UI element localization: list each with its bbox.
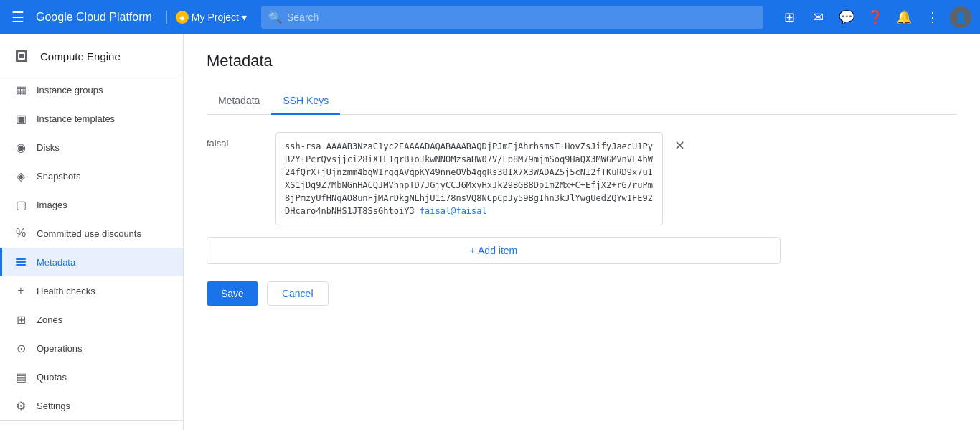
sidebar-collapse-button[interactable]: ‹ [0, 426, 183, 430]
disks-icon: ◉ [14, 140, 28, 154]
sidebar-item-snapshots[interactable]: ◈ Snapshots [0, 162, 183, 190]
sidebar-item-label: Committed use discounts [37, 228, 141, 239]
sidebar: Compute Engine ▦ Instance groups ▣ Insta… [0, 34, 184, 430]
main-layout: Compute Engine ▦ Instance groups ▣ Insta… [0, 34, 980, 430]
email-icon[interactable]: ✉ [806, 6, 829, 29]
sidebar-item-label: Operations [37, 343, 83, 354]
sidebar-title: Compute Engine [40, 50, 121, 62]
zones-icon: ⊞ [14, 312, 28, 327]
add-item-button[interactable]: + Add item [207, 237, 781, 264]
settings-icon: ⚙ [14, 398, 28, 413]
svg-rect-4 [16, 261, 26, 263]
project-name: My Project [192, 11, 239, 23]
tabs: Metadata SSH Keys [207, 88, 957, 115]
close-ssh-entry-button[interactable]: ✕ [674, 132, 685, 154]
sidebar-item-label: Metadata [37, 257, 75, 268]
sidebar-bottom: ‹ [0, 420, 183, 430]
menu-icon[interactable]: ☰ [9, 6, 27, 29]
sidebar-item-quotas[interactable]: ▤ Quotas [0, 363, 183, 391]
sidebar-item-label: Instance groups [37, 85, 103, 95]
sidebar-item-zones[interactable]: ⊞ Zones [0, 305, 183, 334]
images-icon: ▢ [14, 197, 28, 212]
sidebar-item-label: Images [37, 200, 67, 210]
sidebar-nav: ▦ Instance groups ▣ Instance templates ◉… [0, 75, 183, 420]
action-buttons: Save Cancel [207, 281, 957, 306]
sidebar-item-label: Quotas [37, 372, 67, 383]
sidebar-item-label: Instance templates [37, 113, 115, 124]
quotas-icon: ▤ [14, 370, 28, 384]
ssh-key-value: ssh-rsa AAAAB3NzaC1yc2EAAAADAQABAAABAQDj… [275, 132, 663, 225]
save-button[interactable]: Save [207, 281, 258, 306]
notifications-icon[interactable]: 🔔 [892, 6, 915, 29]
project-dropdown-icon: ▾ [242, 11, 247, 23]
sidebar-item-label: Disks [37, 142, 60, 153]
project-icon: ◆ [176, 11, 189, 24]
health-checks-icon: + [14, 284, 28, 298]
sidebar-item-label: Settings [37, 401, 70, 411]
main-content: Metadata Metadata SSH Keys faisal ssh-rs… [184, 34, 980, 430]
avatar[interactable]: 👤 [950, 6, 971, 28]
sidebar-item-instance-groups[interactable]: ▦ Instance groups [0, 75, 183, 104]
sidebar-item-label: Zones [37, 314, 62, 325]
sidebar-item-settings[interactable]: ⚙ Settings [0, 391, 183, 420]
cancel-button[interactable]: Cancel [267, 281, 329, 306]
operations-icon: ⊙ [14, 341, 28, 355]
more-icon[interactable]: ⋮ [921, 6, 944, 29]
sidebar-item-disks[interactable]: ◉ Disks [0, 133, 183, 162]
sidebar-item-committed-use-discounts[interactable]: % Committed use discounts [0, 219, 183, 248]
app-logo: Google Cloud Platform [36, 11, 152, 24]
committed-use-icon: % [14, 226, 28, 240]
project-selector[interactable]: ◆ My Project ▾ [166, 11, 247, 24]
topbar: ☰ Google Cloud Platform ◆ My Project ▾ 🔍… [0, 0, 980, 34]
support-icon[interactable]: 💬 [835, 6, 858, 29]
ssh-key-entry: faisal ssh-rsa AAAAB3NzaC1yc2EAAAADAQABA… [207, 132, 957, 225]
sidebar-item-images[interactable]: ▢ Images [0, 190, 183, 219]
tab-metadata[interactable]: Metadata [207, 88, 271, 115]
help-icon[interactable]: ❓ [864, 6, 887, 29]
search-bar: 🔍 [261, 6, 763, 29]
svg-rect-3 [16, 258, 26, 260]
sidebar-item-label: Health checks [37, 286, 95, 296]
sidebar-header: Compute Engine [0, 34, 183, 75]
search-input[interactable] [261, 6, 763, 29]
instance-templates-icon: ▣ [14, 111, 28, 126]
instance-groups-icon: ▦ [14, 83, 28, 97]
ssh-key-email: faisal@faisal [420, 206, 487, 216]
apps-icon[interactable]: ⊞ [778, 6, 801, 29]
add-item-label: + Add item [470, 245, 518, 256]
sidebar-item-label: Snapshots [37, 171, 80, 182]
tab-ssh-keys[interactable]: SSH Keys [271, 88, 340, 115]
snapshots-icon: ◈ [14, 169, 28, 183]
svg-rect-2 [19, 54, 24, 58]
svg-rect-5 [16, 264, 26, 266]
sidebar-item-operations[interactable]: ⊙ Operations [0, 334, 183, 363]
page-title: Metadata [207, 52, 957, 70]
topbar-actions: ⊞ ✉ 💬 ❓ 🔔 ⋮ 👤 [778, 6, 971, 29]
sidebar-item-health-checks[interactable]: + Health checks [0, 276, 183, 305]
sidebar-item-instance-templates[interactable]: ▣ Instance templates [0, 104, 183, 133]
ssh-key-label: faisal [207, 132, 264, 149]
sidebar-item-metadata[interactable]: Metadata [0, 248, 183, 276]
metadata-icon [14, 255, 28, 269]
compute-engine-icon [11, 46, 32, 66]
